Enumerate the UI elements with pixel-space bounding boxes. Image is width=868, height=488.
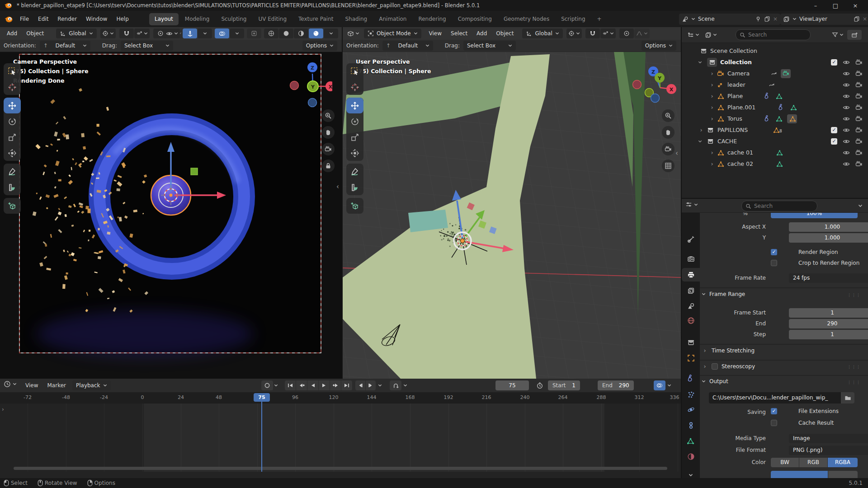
- frame-range-panel-header[interactable]: Frame Range: [702, 291, 745, 297]
- jump-to-start-button[interactable]: [285, 380, 296, 390]
- scene-selector[interactable]: Scene ×: [679, 14, 780, 25]
- color-depth-8-button[interactable]: [771, 471, 828, 478]
- options-dropdown[interactable]: Options: [302, 41, 337, 51]
- tab-shading[interactable]: Shading: [340, 13, 373, 25]
- panel-drag-dots[interactable]: ⋮⋮⋮: [847, 365, 861, 369]
- browse-folder-button[interactable]: [841, 392, 854, 404]
- tool-add-cube[interactable]: [4, 198, 21, 214]
- tab-tool[interactable]: [682, 232, 700, 246]
- tool-cursor[interactable]: [4, 79, 21, 95]
- expand-icon[interactable]: ›: [709, 115, 715, 122]
- sidebar-collapse-arrow[interactable]: ‹: [675, 149, 678, 157]
- frame-start-field[interactable]: 1: [789, 308, 868, 318]
- overlays-dropdown[interactable]: [230, 28, 244, 38]
- shading-wireframe-button[interactable]: [264, 28, 278, 38]
- outliner-row-leader[interactable]: › leader: [682, 79, 868, 90]
- chevron-down-icon[interactable]: [378, 384, 382, 387]
- new-scene-icon[interactable]: [764, 16, 770, 22]
- tab-geometry-nodes[interactable]: Geometry Nodes: [498, 13, 555, 25]
- timeline-editor-icon[interactable]: [4, 380, 11, 388]
- timeline-menu-marker[interactable]: Marker: [42, 380, 70, 391]
- cache-result-checkbox[interactable]: [771, 420, 777, 426]
- step-field[interactable]: 1: [789, 330, 868, 339]
- tab-uv-editing[interactable]: UV Editing: [253, 13, 292, 25]
- gizmos-toggle[interactable]: [183, 28, 197, 38]
- expand-icon[interactable]: ›: [698, 127, 704, 133]
- collection-checkbox[interactable]: ✓: [831, 138, 837, 145]
- tool-scale[interactable]: [346, 129, 363, 145]
- tab-compositing[interactable]: Compositing: [453, 13, 497, 25]
- viewport-camera[interactable]: Add Object Global: [0, 27, 342, 379]
- tab-object-data[interactable]: [682, 435, 700, 448]
- mode-dropdown[interactable]: Object Mode: [364, 28, 421, 38]
- tool-add-cube[interactable]: [346, 198, 363, 214]
- tab-modeling[interactable]: Modeling: [179, 13, 215, 25]
- camera-data-badge[interactable]: [781, 69, 791, 78]
- play-button[interactable]: [319, 380, 330, 390]
- tab-animation[interactable]: Animation: [373, 13, 412, 25]
- tab-object[interactable]: [682, 351, 700, 365]
- new-viewlayer-icon[interactable]: [854, 16, 860, 22]
- render-camera-icon[interactable]: [855, 93, 863, 100]
- time-stretching-panel-header[interactable]: › Time Stretching: [702, 347, 755, 354]
- render-camera-icon[interactable]: [855, 59, 863, 66]
- viewlayer-browse-icon[interactable]: [783, 16, 790, 23]
- menu-view[interactable]: View: [425, 30, 446, 37]
- pivot-point-dropdown[interactable]: [566, 28, 582, 38]
- tab-output[interactable]: [682, 268, 700, 282]
- current-frame-field[interactable]: 75: [495, 380, 529, 390]
- user-view-canvas[interactable]: User Perspective (75) Collection | Spher…: [343, 52, 681, 379]
- close-button[interactable]: ×: [845, 0, 865, 11]
- collapse-icon[interactable]: [698, 61, 704, 64]
- tool-cursor[interactable]: [346, 79, 363, 95]
- hide-eye-icon[interactable]: [843, 138, 850, 145]
- expand-icon[interactable]: ›: [709, 81, 715, 88]
- output-panel-header[interactable]: Output: [702, 378, 728, 385]
- expand-icon[interactable]: ›: [709, 70, 715, 77]
- tab-particles[interactable]: [682, 388, 700, 401]
- tab-layout[interactable]: Layout: [149, 13, 179, 25]
- tab-rendering[interactable]: Rendering: [413, 13, 451, 25]
- panel-drag-dots[interactable]: ⋮⋮⋮: [847, 293, 861, 297]
- tab-strip-more[interactable]: [682, 468, 700, 478]
- outliner-row-torus[interactable]: › Torus: [682, 113, 868, 124]
- remove-viewlayer-icon[interactable]: ×: [863, 16, 867, 22]
- aspect-y-field[interactable]: 1.000: [789, 233, 868, 243]
- collection-checkbox[interactable]: ✓: [831, 127, 837, 133]
- tab-modifiers[interactable]: [682, 371, 700, 385]
- hide-eye-icon[interactable]: [843, 127, 850, 134]
- hide-eye-icon[interactable]: [843, 160, 850, 168]
- outliner-row-plane[interactable]: › Plane: [682, 90, 868, 102]
- navigation-gizmo[interactable]: Z Y X: [632, 58, 681, 117]
- playhead-current-frame[interactable]: 75: [254, 393, 270, 402]
- timeline-scrollbar[interactable]: [14, 467, 667, 470]
- color-depth-16-button[interactable]: [828, 471, 858, 478]
- outliner-row-papillons[interactable]: › PAPILLONS 8 ✓: [682, 124, 868, 136]
- visibility-dropdown[interactable]: [164, 28, 180, 38]
- collapse-icon[interactable]: [698, 140, 704, 143]
- proportional-editing-toggle[interactable]: [619, 28, 634, 38]
- prev-keyframe-button[interactable]: [296, 380, 307, 390]
- media-type-dropdown[interactable]: Image: [789, 434, 868, 443]
- transform-orientation-dropdown[interactable]: Global: [522, 28, 562, 38]
- options-dropdown[interactable]: Options: [642, 41, 676, 51]
- end-field[interactable]: 290: [789, 319, 868, 328]
- timeline-track-area[interactable]: ›: [0, 404, 681, 472]
- scene-browse-icon[interactable]: [682, 16, 689, 23]
- pan-button[interactable]: [322, 126, 335, 139]
- hide-eye-icon[interactable]: [843, 81, 850, 89]
- gizmo-y-handle[interactable]: [191, 168, 198, 175]
- xray-toggle[interactable]: [247, 28, 261, 38]
- jump-to-end-button[interactable]: [341, 380, 352, 390]
- pan-button[interactable]: [662, 126, 675, 139]
- loop-playback-button[interactable]: [390, 380, 401, 390]
- tool-rotate[interactable]: [346, 113, 363, 129]
- stereoscopy-panel-header[interactable]: › Stereoscopy: [702, 363, 755, 370]
- tab-scripting[interactable]: Scripting: [556, 13, 590, 25]
- color-bw-button[interactable]: BW: [771, 458, 799, 467]
- drag-mode-dropdown[interactable]: Select Box: [121, 41, 173, 51]
- outliner-row-cache-01[interactable]: › cache 01: [682, 147, 868, 158]
- tab-view-layer[interactable]: [682, 284, 700, 297]
- tab-sculpting[interactable]: Sculpting: [216, 13, 252, 25]
- render-camera-icon[interactable]: [855, 81, 863, 89]
